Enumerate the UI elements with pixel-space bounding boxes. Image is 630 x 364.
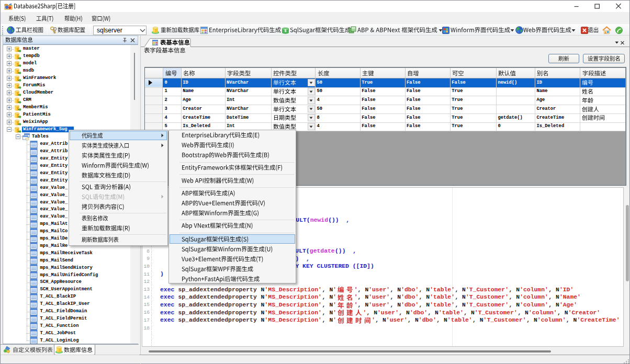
svg-text:$: $	[285, 29, 287, 33]
